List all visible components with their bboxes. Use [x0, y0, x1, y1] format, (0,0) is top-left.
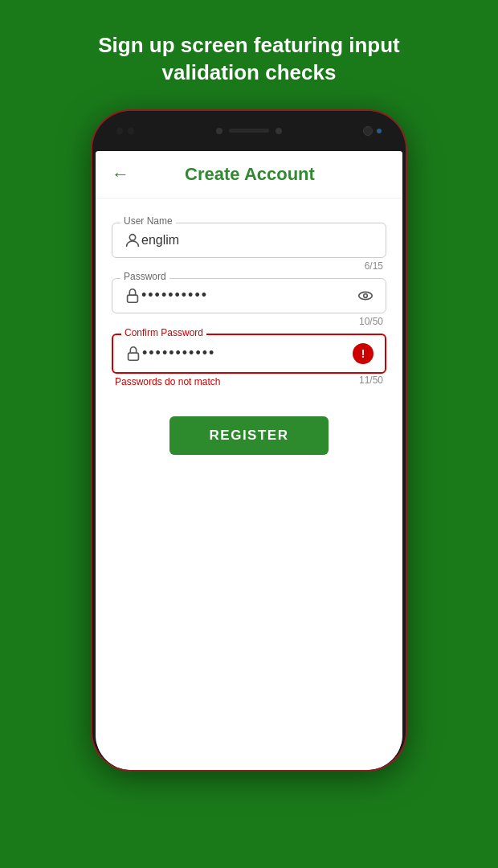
notch-center — [216, 128, 282, 134]
svg-point-3 — [364, 293, 368, 297]
username-input[interactable] — [141, 233, 374, 248]
user-icon — [124, 231, 141, 249]
svg-rect-4 — [129, 353, 139, 360]
eye-icon[interactable] — [357, 287, 374, 305]
error-message: Passwords do not match — [112, 376, 220, 387]
camera-right — [363, 126, 382, 136]
confirm-password-field-group: Confirm Password ! Passwords do not matc… — [112, 334, 386, 387]
cam-lens — [363, 126, 373, 136]
speaker-bar — [229, 129, 269, 133]
username-field-wrapper: User Name — [112, 223, 386, 258]
phone-frame: ← Create Account User Name 6/15 — [92, 111, 406, 770]
confirm-password-label: Confirm Password — [121, 327, 206, 338]
page-title: Create Account — [137, 164, 362, 185]
app-header: ← Create Account — [96, 151, 402, 199]
dot2 — [128, 128, 134, 134]
confirm-counter: 11/50 — [359, 375, 386, 386]
phone-top-bar — [92, 111, 406, 151]
form-area: User Name 6/15 Password — [96, 199, 402, 770]
dot3 — [216, 128, 222, 134]
password-counter: 10/50 — [112, 316, 386, 327]
password-field-group: Password 10/50 — [112, 278, 386, 327]
phone-screen: ← Create Account User Name 6/15 — [96, 151, 402, 770]
password-field-wrapper: Password — [112, 278, 386, 313]
register-button[interactable]: REGISTER — [169, 416, 329, 455]
camera-left — [116, 128, 134, 134]
username-counter: 6/15 — [112, 260, 386, 272]
confirm-password-field-wrapper: Confirm Password ! — [112, 334, 386, 374]
register-btn-container: REGISTER — [112, 416, 386, 455]
error-row: Passwords do not match 11/50 — [112, 374, 386, 387]
password-input[interactable] — [141, 287, 357, 304]
confirm-password-input[interactable] — [142, 345, 353, 362]
cam-flash — [377, 129, 382, 133]
password-label: Password — [120, 271, 169, 282]
svg-point-0 — [129, 234, 135, 240]
username-label: User Name — [120, 215, 176, 227]
lock-icon — [124, 287, 141, 305]
username-field-group: User Name 6/15 — [112, 223, 386, 272]
confirm-lock-icon — [124, 345, 142, 362]
page-heading: Sign up screen featuring inputvalidation… — [50, 32, 448, 87]
error-icon: ! — [353, 343, 374, 364]
dot4 — [276, 128, 282, 134]
dot1 — [116, 128, 123, 134]
svg-point-2 — [359, 292, 373, 299]
back-button[interactable]: ← — [112, 164, 129, 185]
svg-rect-1 — [128, 295, 138, 302]
